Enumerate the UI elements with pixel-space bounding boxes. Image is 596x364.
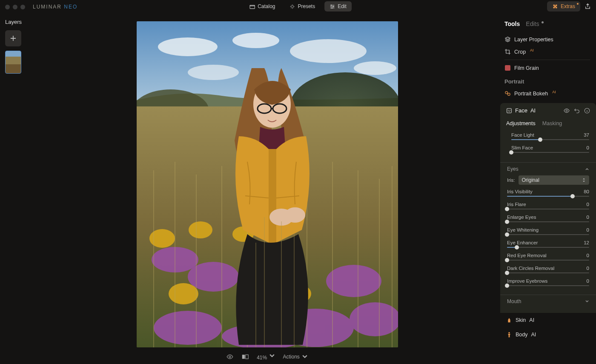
share-icon[interactable] xyxy=(585,3,591,10)
slider-iris-flare[interactable]: Iris Flare0 xyxy=(507,202,589,209)
slider-slim-face[interactable]: Slim Face0 xyxy=(511,145,589,153)
edits-indicator xyxy=(542,21,544,23)
svg-point-7 xyxy=(290,39,367,63)
svg-point-6 xyxy=(232,33,279,48)
svg-point-29 xyxy=(285,207,305,223)
ai-badge: AI xyxy=(552,90,556,94)
subtab-masking[interactable]: Masking xyxy=(542,120,562,126)
actions-menu[interactable]: Actions xyxy=(283,353,308,360)
svg-point-8 xyxy=(354,61,396,75)
extras-button[interactable]: Extras xyxy=(547,1,580,11)
svg-point-36 xyxy=(508,110,509,111)
svg-point-5 xyxy=(158,37,218,56)
chevron-down-icon xyxy=(585,299,589,304)
eye-preview-icon[interactable] xyxy=(226,354,234,360)
slider-improve-eyebrows[interactable]: Improve Eyebrows0 xyxy=(507,278,589,286)
svg-point-40 xyxy=(508,332,510,334)
tool-layer-properties[interactable]: Layer Properties xyxy=(504,33,590,46)
subtab-adjustments[interactable]: Adjustments xyxy=(506,120,536,126)
svg-point-38 xyxy=(566,110,567,112)
compare-icon[interactable] xyxy=(241,354,249,360)
section-portrait: Portrait xyxy=(504,78,590,85)
zoom-level[interactable]: 41% xyxy=(257,353,275,361)
svg-point-37 xyxy=(510,110,510,111)
slider-dark-circles[interactable]: Dark Circles Removal0 xyxy=(507,266,589,273)
right-panel: Tools Edits Layer Properties CropAI Film… xyxy=(500,17,596,364)
svg-point-33 xyxy=(505,92,508,94)
iris-label: Iris: xyxy=(507,178,515,183)
add-layer-button[interactable] xyxy=(5,30,21,46)
svg-rect-35 xyxy=(507,108,512,113)
eyes-toggle[interactable]: Eyes xyxy=(507,166,589,172)
puzzle-icon xyxy=(552,3,558,9)
tool-skin[interactable]: SkinAI xyxy=(504,313,590,327)
slider-iris-visibility[interactable]: Iris Visibility80 xyxy=(507,189,589,197)
body-icon xyxy=(506,332,512,338)
tool-crop[interactable]: CropAI xyxy=(504,46,590,58)
updown-icon xyxy=(582,178,586,183)
layer-thumbnail[interactable] xyxy=(5,51,21,74)
svg-point-15 xyxy=(326,265,381,297)
svg-rect-31 xyxy=(242,355,245,359)
app-logo: LUMINAR NEO xyxy=(33,4,77,10)
slider-red-eye[interactable]: Red Eye Removal0 xyxy=(507,253,589,261)
panel-tab-edits[interactable]: Edits xyxy=(526,20,539,27)
tab-presets[interactable]: Presets xyxy=(285,1,321,11)
crop-icon xyxy=(504,49,511,55)
chevron-up-icon xyxy=(585,167,589,171)
svg-point-9 xyxy=(188,65,239,80)
slider-face-light[interactable]: Face Light37 xyxy=(511,132,589,140)
svg-point-2 xyxy=(333,6,334,7)
undo-icon[interactable] xyxy=(574,108,580,114)
face-panel: FaceAI Adjustments Masking Face Light37 … xyxy=(500,103,596,313)
tool-portrait-bokeh[interactable]: Portrait BokehAI xyxy=(504,87,590,100)
tool-film-grain[interactable]: Film Grain xyxy=(504,62,590,74)
sliders-icon xyxy=(330,4,335,9)
slider-enlarge-eyes[interactable]: Enlarge Eyes0 xyxy=(507,215,589,222)
bokeh-icon xyxy=(504,90,511,97)
tab-catalog[interactable]: Catalog xyxy=(244,1,280,11)
photo-preview[interactable] xyxy=(137,21,398,347)
svg-point-14 xyxy=(188,262,239,292)
eye-icon[interactable] xyxy=(564,108,570,114)
mouth-section: Mouth xyxy=(500,295,596,313)
plus-icon xyxy=(10,35,17,42)
svg-point-21 xyxy=(189,221,212,238)
eyes-section: Eyes Iris: Original Iris Visibility80 Ir… xyxy=(500,162,596,295)
iris-select[interactable]: Original xyxy=(519,175,589,185)
canvas-toolbar: 41% Actions xyxy=(226,353,308,361)
mouth-toggle[interactable]: Mouth xyxy=(507,298,589,304)
svg-point-20 xyxy=(149,229,175,248)
ai-badge: AI xyxy=(529,317,534,323)
svg-point-1 xyxy=(331,5,332,6)
chevron-down-icon xyxy=(269,353,275,359)
svg-rect-32 xyxy=(246,355,248,359)
ai-badge: AI xyxy=(531,332,536,338)
ai-badge: AI xyxy=(530,107,536,114)
tab-edit[interactable]: Edit xyxy=(324,1,352,11)
slider-eye-enhancer[interactable]: Eye Enhancer12 xyxy=(507,240,589,248)
sparkle-icon xyxy=(290,4,295,9)
ai-badge: AI xyxy=(530,48,534,52)
layers-title: Layers xyxy=(5,19,29,25)
folder-icon xyxy=(249,4,255,9)
window-controls[interactable] xyxy=(5,5,25,9)
tool-body[interactable]: BodyAI xyxy=(504,327,590,342)
canvas-area: 41% Actions xyxy=(34,17,500,364)
panel-tab-tools[interactable]: Tools xyxy=(504,20,520,27)
chevron-down-icon xyxy=(301,353,308,360)
svg-point-34 xyxy=(508,93,510,96)
svg-point-3 xyxy=(332,7,332,8)
face-icon xyxy=(506,108,512,114)
layers-icon xyxy=(504,36,511,43)
svg-point-30 xyxy=(229,356,231,358)
skin-icon xyxy=(506,317,512,323)
title-bar: LUMINAR NEO Catalog Presets Edit Extras xyxy=(0,0,596,14)
svg-point-18 xyxy=(154,311,222,345)
info-icon[interactable] xyxy=(584,108,590,114)
face-panel-header[interactable]: FaceAI xyxy=(506,107,536,114)
svg-point-22 xyxy=(169,283,198,304)
slider-eye-whitening[interactable]: Eye Whitening0 xyxy=(507,227,589,235)
layers-panel: Layers xyxy=(0,14,34,79)
film-grain-icon xyxy=(504,65,511,71)
